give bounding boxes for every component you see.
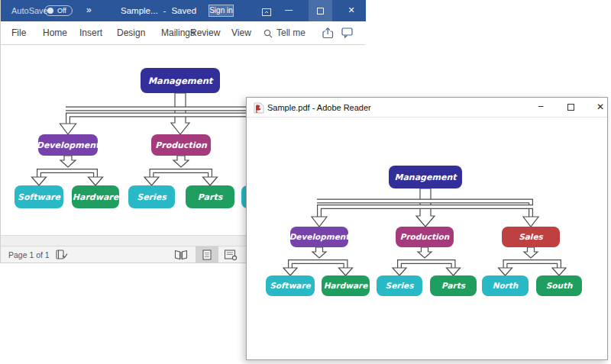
- autosave-toggle[interactable]: Off: [44, 5, 73, 16]
- tab-insert[interactable]: Insert: [79, 21, 102, 45]
- quick-access-toolbar-icon[interactable]: »: [86, 0, 91, 21]
- minimize-icon: –: [538, 101, 544, 111]
- word-close-button[interactable]: ✕: [342, 0, 360, 21]
- share-button[interactable]: [322, 27, 335, 40]
- arrowhead: [339, 268, 353, 275]
- arrowhead: [447, 268, 461, 275]
- org-node-label-hardware: Hardware: [324, 281, 369, 290]
- comments-button[interactable]: [341, 27, 354, 40]
- arrowhead: [499, 268, 512, 275]
- arrowhead: [552, 268, 566, 275]
- org-node-label-parts: Parts: [198, 192, 224, 202]
- org-node-label-software: Software: [18, 192, 62, 202]
- connector-pipe-core: [290, 262, 346, 271]
- word-ribbon: File Home Insert Design Mailings Review …: [1, 21, 365, 45]
- block-arrow: [173, 156, 189, 167]
- tab-design[interactable]: Design: [117, 21, 145, 45]
- word-maximize-button[interactable]: [309, 0, 332, 21]
- org-node-label-development: Development: [37, 140, 101, 150]
- autosave-label: AutoSave: [11, 0, 48, 21]
- block-arrow: [60, 156, 76, 167]
- print-layout-icon: [202, 250, 212, 260]
- tell-me-box[interactable]: Tell me: [276, 21, 306, 45]
- maximize-icon: [317, 8, 324, 14]
- save-status-text: Saved: [171, 6, 196, 15]
- arrowhead: [32, 177, 47, 185]
- sign-in-label: Sign in: [209, 6, 233, 14]
- word-titlebar: AutoSave Off » Sample... - Saved Sign in…: [1, 0, 366, 21]
- org-node-label-production: Production: [400, 232, 450, 241]
- block-arrow: [524, 247, 538, 258]
- adobe-minimize-button[interactable]: –: [531, 98, 551, 118]
- autosave-knob: [47, 8, 53, 14]
- maximize-icon: [567, 104, 574, 111]
- block-arrow: [418, 247, 432, 258]
- org-node-label-production: Production: [155, 140, 208, 150]
- ribbon-display-options-icon: [262, 8, 271, 17]
- web-layout-icon: [224, 250, 238, 260]
- org-node-label-management: Management: [395, 172, 458, 182]
- ribbon-display-options-button[interactable]: [262, 6, 271, 15]
- adobe-reader-window: Sample.pdf - Adobe Reader – ✕ Management…: [246, 97, 608, 360]
- org-node-label-sales: Sales: [519, 232, 543, 241]
- block-arrow: [312, 247, 326, 258]
- tab-review[interactable]: Review: [190, 21, 220, 45]
- proofing-status-button[interactable]: [56, 250, 68, 260]
- connector-pipe-core: [506, 262, 560, 271]
- tab-home[interactable]: Home: [43, 21, 67, 45]
- connector-pipe: [152, 171, 211, 181]
- title-separator: -: [163, 6, 166, 15]
- comment-icon: [341, 27, 353, 38]
- proofing-book-icon: [56, 250, 68, 260]
- arrowhead: [283, 268, 297, 275]
- word-document-title: Sample... - Saved: [121, 0, 196, 21]
- pdf-file-icon: [254, 102, 264, 114]
- read-mode-icon: [174, 250, 188, 260]
- adobe-maximize-button[interactable]: [561, 98, 581, 118]
- arrowhead: [60, 124, 76, 134]
- read-mode-button[interactable]: [174, 250, 188, 260]
- adobe-window-title: Sample.pdf - Adobe Reader: [267, 98, 371, 118]
- arrowhead: [312, 217, 327, 227]
- adobe-close-button[interactable]: ✕: [590, 98, 610, 118]
- close-icon: ✕: [348, 5, 354, 14]
- arrowhead: [89, 177, 103, 185]
- org-node-label-management: Management: [148, 76, 214, 86]
- doc-title-text: Sample...: [121, 6, 158, 15]
- arrowhead: [393, 268, 406, 275]
- arrowhead: [523, 217, 538, 227]
- org-node-label-north: North: [493, 281, 519, 290]
- tab-file[interactable]: File: [11, 21, 26, 45]
- pdf-page-content[interactable]: ManagementDevelopmentSoftwareHardwarePro…: [247, 118, 607, 360]
- connector-pipe: [39, 171, 95, 181]
- minimize-icon: —: [285, 5, 293, 14]
- word-minimize-button[interactable]: —: [280, 0, 297, 21]
- adobe-titlebar: Sample.pdf - Adobe Reader – ✕: [247, 98, 607, 118]
- autosave-state-label: Off: [57, 6, 66, 16]
- close-icon: ✕: [596, 101, 604, 112]
- web-layout-button[interactable]: [224, 250, 238, 260]
- connector-pipe-core: [399, 262, 454, 271]
- sign-in-button[interactable]: Sign in: [209, 5, 234, 17]
- org-node-label-series: Series: [386, 281, 415, 290]
- page-indicator[interactable]: Page 1 of 1: [8, 246, 50, 263]
- org-node-label-south: South: [546, 281, 573, 290]
- share-icon: [322, 27, 335, 39]
- org-node-label-series: Series: [137, 192, 167, 202]
- org-node-label-parts: Parts: [441, 281, 466, 290]
- arrowhead: [144, 177, 159, 185]
- tab-view[interactable]: View: [231, 21, 251, 45]
- org-node-label-hardware: Hardware: [73, 192, 120, 202]
- search-icon: [263, 29, 273, 38]
- org-node-label-software: Software: [270, 281, 311, 290]
- org-node-label-development: Development: [289, 232, 351, 242]
- arrowhead: [203, 177, 218, 185]
- print-layout-button[interactable]: [196, 246, 218, 263]
